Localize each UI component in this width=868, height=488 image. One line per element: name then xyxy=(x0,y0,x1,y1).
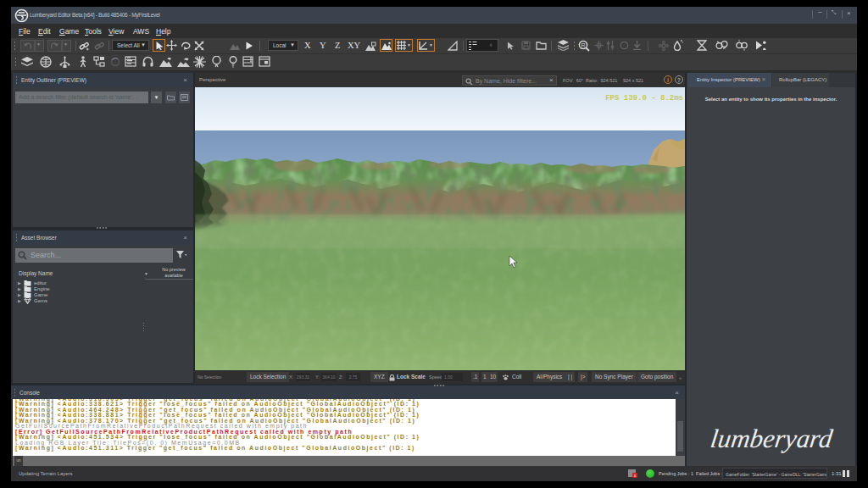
svg-text:R: R xyxy=(581,42,585,48)
svg-text:lumberyard: lumberyard xyxy=(709,424,835,453)
svg-text:FPS 139.0 - 8.2ms: FPS 139.0 - 8.2ms xyxy=(605,94,683,103)
